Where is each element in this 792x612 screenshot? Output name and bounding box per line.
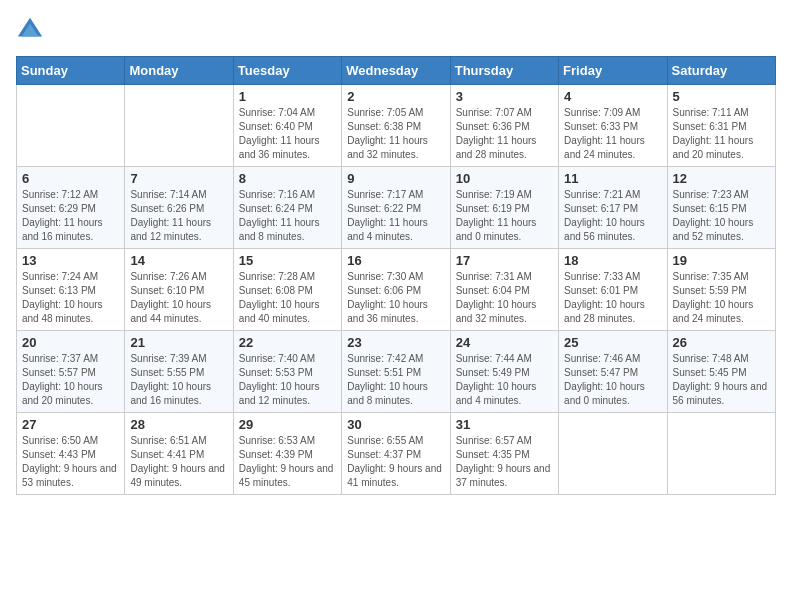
day-info: Sunrise: 7:26 AM Sunset: 6:10 PM Dayligh… bbox=[130, 270, 227, 326]
day-info: Sunrise: 6:57 AM Sunset: 4:35 PM Dayligh… bbox=[456, 434, 553, 490]
day-number: 6 bbox=[22, 171, 119, 186]
calendar-cell: 29Sunrise: 6:53 AM Sunset: 4:39 PM Dayli… bbox=[233, 413, 341, 495]
calendar-cell: 21Sunrise: 7:39 AM Sunset: 5:55 PM Dayli… bbox=[125, 331, 233, 413]
calendar-cell: 30Sunrise: 6:55 AM Sunset: 4:37 PM Dayli… bbox=[342, 413, 450, 495]
calendar-week-row: 13Sunrise: 7:24 AM Sunset: 6:13 PM Dayli… bbox=[17, 249, 776, 331]
calendar-cell: 17Sunrise: 7:31 AM Sunset: 6:04 PM Dayli… bbox=[450, 249, 558, 331]
day-info: Sunrise: 7:39 AM Sunset: 5:55 PM Dayligh… bbox=[130, 352, 227, 408]
calendar-cell: 7Sunrise: 7:14 AM Sunset: 6:26 PM Daylig… bbox=[125, 167, 233, 249]
day-info: Sunrise: 7:33 AM Sunset: 6:01 PM Dayligh… bbox=[564, 270, 661, 326]
calendar-cell: 26Sunrise: 7:48 AM Sunset: 5:45 PM Dayli… bbox=[667, 331, 775, 413]
day-number: 15 bbox=[239, 253, 336, 268]
calendar-week-row: 20Sunrise: 7:37 AM Sunset: 5:57 PM Dayli… bbox=[17, 331, 776, 413]
calendar-cell: 25Sunrise: 7:46 AM Sunset: 5:47 PM Dayli… bbox=[559, 331, 667, 413]
day-info: Sunrise: 6:50 AM Sunset: 4:43 PM Dayligh… bbox=[22, 434, 119, 490]
calendar-cell: 15Sunrise: 7:28 AM Sunset: 6:08 PM Dayli… bbox=[233, 249, 341, 331]
day-number: 12 bbox=[673, 171, 770, 186]
weekday-header: Thursday bbox=[450, 57, 558, 85]
day-number: 17 bbox=[456, 253, 553, 268]
day-info: Sunrise: 7:21 AM Sunset: 6:17 PM Dayligh… bbox=[564, 188, 661, 244]
day-number: 27 bbox=[22, 417, 119, 432]
day-info: Sunrise: 7:40 AM Sunset: 5:53 PM Dayligh… bbox=[239, 352, 336, 408]
calendar-cell: 24Sunrise: 7:44 AM Sunset: 5:49 PM Dayli… bbox=[450, 331, 558, 413]
calendar-cell: 9Sunrise: 7:17 AM Sunset: 6:22 PM Daylig… bbox=[342, 167, 450, 249]
day-info: Sunrise: 7:07 AM Sunset: 6:36 PM Dayligh… bbox=[456, 106, 553, 162]
day-number: 7 bbox=[130, 171, 227, 186]
calendar-cell: 2Sunrise: 7:05 AM Sunset: 6:38 PM Daylig… bbox=[342, 85, 450, 167]
calendar-cell: 6Sunrise: 7:12 AM Sunset: 6:29 PM Daylig… bbox=[17, 167, 125, 249]
day-info: Sunrise: 7:42 AM Sunset: 5:51 PM Dayligh… bbox=[347, 352, 444, 408]
day-info: Sunrise: 7:48 AM Sunset: 5:45 PM Dayligh… bbox=[673, 352, 770, 408]
calendar-cell: 20Sunrise: 7:37 AM Sunset: 5:57 PM Dayli… bbox=[17, 331, 125, 413]
day-number: 3 bbox=[456, 89, 553, 104]
calendar-cell: 14Sunrise: 7:26 AM Sunset: 6:10 PM Dayli… bbox=[125, 249, 233, 331]
calendar-cell: 11Sunrise: 7:21 AM Sunset: 6:17 PM Dayli… bbox=[559, 167, 667, 249]
day-number: 29 bbox=[239, 417, 336, 432]
day-info: Sunrise: 6:53 AM Sunset: 4:39 PM Dayligh… bbox=[239, 434, 336, 490]
day-number: 25 bbox=[564, 335, 661, 350]
calendar-cell: 18Sunrise: 7:33 AM Sunset: 6:01 PM Dayli… bbox=[559, 249, 667, 331]
day-info: Sunrise: 6:55 AM Sunset: 4:37 PM Dayligh… bbox=[347, 434, 444, 490]
day-info: Sunrise: 7:05 AM Sunset: 6:38 PM Dayligh… bbox=[347, 106, 444, 162]
day-info: Sunrise: 7:31 AM Sunset: 6:04 PM Dayligh… bbox=[456, 270, 553, 326]
day-number: 14 bbox=[130, 253, 227, 268]
day-info: Sunrise: 7:28 AM Sunset: 6:08 PM Dayligh… bbox=[239, 270, 336, 326]
day-number: 11 bbox=[564, 171, 661, 186]
calendar-cell: 10Sunrise: 7:19 AM Sunset: 6:19 PM Dayli… bbox=[450, 167, 558, 249]
day-number: 9 bbox=[347, 171, 444, 186]
day-info: Sunrise: 7:14 AM Sunset: 6:26 PM Dayligh… bbox=[130, 188, 227, 244]
calendar-cell: 27Sunrise: 6:50 AM Sunset: 4:43 PM Dayli… bbox=[17, 413, 125, 495]
day-info: Sunrise: 6:51 AM Sunset: 4:41 PM Dayligh… bbox=[130, 434, 227, 490]
calendar-cell: 12Sunrise: 7:23 AM Sunset: 6:15 PM Dayli… bbox=[667, 167, 775, 249]
day-number: 26 bbox=[673, 335, 770, 350]
day-info: Sunrise: 7:04 AM Sunset: 6:40 PM Dayligh… bbox=[239, 106, 336, 162]
logo-icon bbox=[16, 16, 44, 44]
day-info: Sunrise: 7:24 AM Sunset: 6:13 PM Dayligh… bbox=[22, 270, 119, 326]
day-number: 1 bbox=[239, 89, 336, 104]
day-info: Sunrise: 7:44 AM Sunset: 5:49 PM Dayligh… bbox=[456, 352, 553, 408]
day-number: 16 bbox=[347, 253, 444, 268]
day-info: Sunrise: 7:12 AM Sunset: 6:29 PM Dayligh… bbox=[22, 188, 119, 244]
day-info: Sunrise: 7:19 AM Sunset: 6:19 PM Dayligh… bbox=[456, 188, 553, 244]
calendar-cell bbox=[559, 413, 667, 495]
calendar-cell bbox=[17, 85, 125, 167]
calendar-cell: 8Sunrise: 7:16 AM Sunset: 6:24 PM Daylig… bbox=[233, 167, 341, 249]
calendar-cell: 19Sunrise: 7:35 AM Sunset: 5:59 PM Dayli… bbox=[667, 249, 775, 331]
day-info: Sunrise: 7:46 AM Sunset: 5:47 PM Dayligh… bbox=[564, 352, 661, 408]
day-number: 18 bbox=[564, 253, 661, 268]
day-info: Sunrise: 7:09 AM Sunset: 6:33 PM Dayligh… bbox=[564, 106, 661, 162]
weekday-header: Wednesday bbox=[342, 57, 450, 85]
day-info: Sunrise: 7:37 AM Sunset: 5:57 PM Dayligh… bbox=[22, 352, 119, 408]
calendar-table: SundayMondayTuesdayWednesdayThursdayFrid… bbox=[16, 56, 776, 495]
day-number: 31 bbox=[456, 417, 553, 432]
calendar-cell: 16Sunrise: 7:30 AM Sunset: 6:06 PM Dayli… bbox=[342, 249, 450, 331]
day-number: 2 bbox=[347, 89, 444, 104]
day-number: 4 bbox=[564, 89, 661, 104]
calendar-cell: 31Sunrise: 6:57 AM Sunset: 4:35 PM Dayli… bbox=[450, 413, 558, 495]
weekday-header: Tuesday bbox=[233, 57, 341, 85]
weekday-header: Friday bbox=[559, 57, 667, 85]
calendar-cell: 1Sunrise: 7:04 AM Sunset: 6:40 PM Daylig… bbox=[233, 85, 341, 167]
day-number: 5 bbox=[673, 89, 770, 104]
day-number: 10 bbox=[456, 171, 553, 186]
day-number: 23 bbox=[347, 335, 444, 350]
day-number: 22 bbox=[239, 335, 336, 350]
calendar-cell: 28Sunrise: 6:51 AM Sunset: 4:41 PM Dayli… bbox=[125, 413, 233, 495]
weekday-header-row: SundayMondayTuesdayWednesdayThursdayFrid… bbox=[17, 57, 776, 85]
weekday-header: Monday bbox=[125, 57, 233, 85]
day-number: 30 bbox=[347, 417, 444, 432]
day-info: Sunrise: 7:11 AM Sunset: 6:31 PM Dayligh… bbox=[673, 106, 770, 162]
day-number: 21 bbox=[130, 335, 227, 350]
calendar-cell: 4Sunrise: 7:09 AM Sunset: 6:33 PM Daylig… bbox=[559, 85, 667, 167]
day-number: 13 bbox=[22, 253, 119, 268]
calendar-cell: 23Sunrise: 7:42 AM Sunset: 5:51 PM Dayli… bbox=[342, 331, 450, 413]
day-number: 19 bbox=[673, 253, 770, 268]
calendar-cell: 13Sunrise: 7:24 AM Sunset: 6:13 PM Dayli… bbox=[17, 249, 125, 331]
day-info: Sunrise: 7:35 AM Sunset: 5:59 PM Dayligh… bbox=[673, 270, 770, 326]
day-number: 28 bbox=[130, 417, 227, 432]
weekday-header: Sunday bbox=[17, 57, 125, 85]
day-info: Sunrise: 7:23 AM Sunset: 6:15 PM Dayligh… bbox=[673, 188, 770, 244]
day-number: 20 bbox=[22, 335, 119, 350]
header bbox=[16, 16, 776, 44]
calendar-cell: 3Sunrise: 7:07 AM Sunset: 6:36 PM Daylig… bbox=[450, 85, 558, 167]
